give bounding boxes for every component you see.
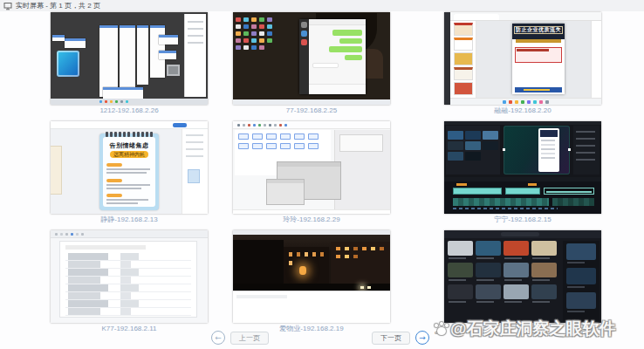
- spiral-tick: [133, 132, 135, 137]
- media-thumb: [448, 131, 463, 140]
- toolbar-dot: [76, 233, 79, 236]
- desktop-icon: [267, 38, 272, 43]
- template-thumb: [448, 241, 473, 256]
- desktop-icon: [243, 38, 249, 43]
- desktop-icon: [236, 17, 241, 22]
- mini-editor-toolbar: [51, 121, 208, 129]
- mini-right-panel: [182, 129, 208, 214]
- desktop-icon: [243, 45, 249, 50]
- preview-card: [566, 243, 596, 260]
- template-thumb: [504, 241, 529, 256]
- desktop-icon: [236, 45, 241, 50]
- template-thumb: [476, 263, 501, 277]
- flow-node: [280, 133, 291, 140]
- next-page-button[interactable]: 下一页: [372, 332, 410, 345]
- screen-label: 静静-192.168.2.13: [51, 216, 208, 224]
- desktop-icon: [251, 31, 257, 36]
- screen-tile-8[interactable]: [233, 230, 390, 323]
- screen-tile-6[interactable]: [444, 121, 601, 214]
- screen-tile-9[interactable]: [444, 230, 601, 323]
- menu-dot: [253, 124, 256, 127]
- spiral-tick: [146, 132, 148, 137]
- lit-window: [320, 252, 324, 257]
- next-page-circle-button[interactable]: →: [415, 331, 429, 345]
- spiral-tick: [123, 132, 126, 137]
- screen-label: 宁宁-192.168.2.15: [444, 216, 601, 224]
- mini-desktop-icons: [236, 17, 272, 92]
- mini-browser-toolbar: [450, 12, 601, 21]
- template-thumb: [448, 263, 473, 277]
- taskbar-dot: [521, 100, 524, 104]
- mini-taskbar: [51, 99, 208, 105]
- live-screens-window: 实时屏幕 - 第 1 页，共 2 页 1212-192.168.2.26: [0, 0, 644, 349]
- mini-topbar: [444, 230, 601, 238]
- media-thumb: [465, 131, 481, 140]
- preview-card: [566, 292, 596, 309]
- mini-toolbar: [51, 230, 208, 238]
- taskbar-dot: [115, 100, 118, 103]
- mini-preview-canvas: [504, 126, 570, 174]
- arrow-left-icon: ←: [215, 333, 222, 342]
- media-thumb: [465, 152, 481, 161]
- desktop-icon: [259, 31, 264, 36]
- mini-window: [52, 35, 65, 41]
- lit-window: [362, 247, 367, 250]
- desktop-icon: [267, 24, 272, 29]
- lit-window: [345, 255, 349, 258]
- screen-tile-2[interactable]: [233, 12, 390, 105]
- desktop-icon: [251, 45, 257, 50]
- mini-chat-window: [299, 19, 366, 94]
- mini-night-photo: [233, 235, 390, 291]
- poster-title: 告别情绪焦虑: [99, 141, 159, 150]
- screen-tile-4[interactable]: 告别情绪焦虑 远离精神内耗: [51, 121, 208, 214]
- flow-node: [238, 133, 249, 140]
- flow-node: [238, 143, 249, 149]
- desktop-icon: [259, 24, 264, 29]
- mini-template-grid: [448, 241, 559, 321]
- template-thumb: [476, 241, 501, 256]
- taskbar-dot: [515, 100, 518, 104]
- mini-side-panel: [184, 14, 206, 97]
- screen-tile-1[interactable]: [51, 12, 208, 105]
- template-thumb: [504, 263, 529, 277]
- car-headlights: [360, 286, 364, 289]
- table-row: [65, 300, 191, 308]
- prev-page-circle-button[interactable]: ←: [211, 331, 225, 345]
- taskbar-dot: [509, 100, 512, 104]
- mini-poster: 告别情绪焦虑 远离精神内耗: [99, 133, 159, 210]
- mini-window: [137, 25, 148, 85]
- mini-preview-panel: [563, 241, 599, 321]
- window-title: 实时屏幕 - 第 1 页，共 2 页: [16, 1, 100, 10]
- preview-card: [566, 268, 596, 284]
- menu-dot: [269, 124, 271, 127]
- mini-chat-bubble: [345, 55, 362, 60]
- mini-chat-bubble: [312, 63, 339, 68]
- lit-window: [380, 247, 384, 250]
- spiral-tick: [137, 132, 140, 137]
- screen-tile-3[interactable]: 防止企业优质流失: [444, 12, 601, 105]
- watermark-icon-text: du: [435, 330, 441, 335]
- desktop-icon: [236, 31, 241, 36]
- lit-window: [336, 247, 340, 250]
- lantern-glow: [299, 266, 306, 275]
- mini-gray-window: [266, 179, 305, 205]
- taskbar-dot: [99, 100, 102, 103]
- flow-node: [252, 133, 263, 140]
- media-thumb: [448, 141, 463, 150]
- screen-tile-5[interactable]: [233, 121, 390, 214]
- mini-taskbar: [233, 99, 390, 105]
- menu-dot: [237, 124, 240, 127]
- mini-partial-card: [51, 146, 62, 195]
- lit-window: [289, 252, 292, 257]
- menu-dot: [264, 124, 266, 127]
- table-row: [65, 277, 191, 284]
- screen-tile-7[interactable]: [51, 230, 208, 323]
- mini-chat-bubble: [339, 38, 362, 44]
- taskbar-dot: [545, 100, 549, 104]
- desktop-icon: [236, 38, 241, 43]
- template-thumb: [448, 284, 473, 299]
- prev-page-button[interactable]: 上一页: [230, 332, 269, 345]
- spiral-tick: [141, 132, 144, 137]
- toolbar-dot: [55, 233, 58, 236]
- toolbar-dot: [60, 233, 63, 236]
